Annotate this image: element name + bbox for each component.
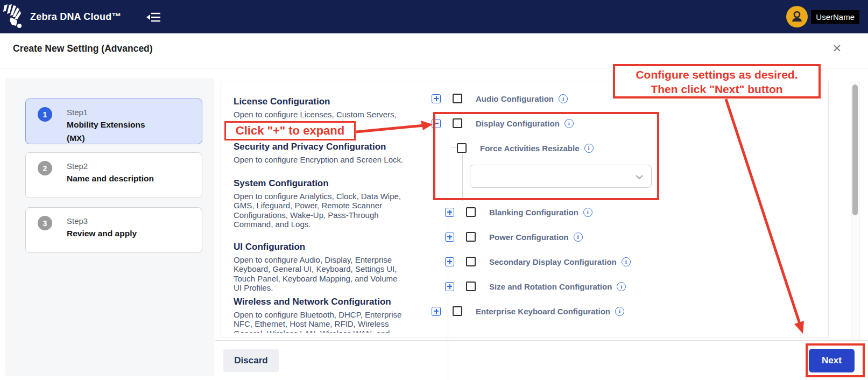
enterprise-keyboard-configuration-checkbox[interactable] xyxy=(453,306,462,316)
annotation-expand-note: Click "+" to expand xyxy=(224,121,356,140)
display-configuration-checkbox[interactable] xyxy=(453,118,462,128)
annotation-line1: Configure settings as desired. xyxy=(615,67,818,82)
user-avatar[interactable] xyxy=(786,6,808,27)
step-label: Step2 xyxy=(67,161,154,172)
step-label: Step1 xyxy=(67,107,145,118)
tree-item-label[interactable]: Size and Rotation Configuration xyxy=(489,282,612,291)
tree-row-force-activities: Force Activities Resizable i xyxy=(457,142,594,154)
annotation-line2: Then click "Next" button xyxy=(615,82,818,96)
tree-item-label[interactable]: Force Activities Resizable xyxy=(480,144,580,153)
close-icon[interactable]: ✕ xyxy=(832,43,842,54)
info-icon[interactable]: i xyxy=(617,282,626,291)
step-name: Mobility Extensions xyxy=(67,118,145,131)
info-icon[interactable]: i xyxy=(622,257,631,266)
discard-button[interactable]: Discard xyxy=(223,349,279,372)
next-button[interactable]: Next xyxy=(809,349,855,372)
expand-plus-icon[interactable] xyxy=(445,257,454,266)
power-configuration-checkbox[interactable] xyxy=(466,232,476,242)
info-icon[interactable]: i xyxy=(574,233,583,242)
secondary-display-configuration-checkbox[interactable] xyxy=(466,257,476,266)
info-icon[interactable]: i xyxy=(559,94,568,103)
step-card-3[interactable]: 3 Step3 Review and apply xyxy=(25,207,202,253)
annotation-configure-note: Configure settings as desired. Then clic… xyxy=(613,64,821,98)
step-card-2[interactable]: 2 Step2 Name and description xyxy=(25,152,202,198)
step-name: Review and apply xyxy=(67,227,137,240)
mx-config-panel: License Configuration Open to configure … xyxy=(221,81,829,337)
expand-plus-icon[interactable] xyxy=(445,282,454,291)
info-icon[interactable]: i xyxy=(564,119,574,128)
zebra-logo xyxy=(3,4,26,31)
audio-configuration-checkbox[interactable] xyxy=(453,94,462,103)
tree-item-label[interactable]: Display Configuration xyxy=(476,119,560,128)
step-card-1[interactable]: 1 Step1 Mobility Extensions (MX) xyxy=(25,98,202,144)
tree-row-display: Display Configuration i xyxy=(432,117,574,130)
tree-row-enterprise-keyboard: Enterprise Keyboard Configuration i xyxy=(432,305,624,318)
tree-item-label[interactable]: Secondary Display Configuration xyxy=(489,257,617,266)
step-number-badge: 1 xyxy=(38,107,52,122)
tree-item-label[interactable]: Power Configuration xyxy=(489,233,569,242)
page-title: Create New Setting (Advanced) xyxy=(13,43,153,54)
vertical-scrollbar-thumb[interactable] xyxy=(852,85,858,215)
force-activities-resizable-checkbox[interactable] xyxy=(457,143,467,153)
app-title: Zebra DNA Cloud™ xyxy=(30,0,122,33)
collapse-sidebar-icon[interactable] xyxy=(146,11,161,23)
info-icon[interactable]: i xyxy=(584,144,594,153)
tree-guide-line xyxy=(462,153,463,201)
tree-row-blanking: Blanking Configuration i xyxy=(445,206,592,219)
steps-sidebar: 1 Step1 Mobility Extensions (MX) 2 Step2… xyxy=(5,78,214,376)
step-number-badge: 2 xyxy=(38,161,52,175)
tree-row-secondary-display: Secondary Display Configuration i xyxy=(445,255,631,268)
tree-item-label[interactable]: Enterprise Keyboard Configuration xyxy=(476,307,610,316)
step-number-badge: 3 xyxy=(38,216,52,230)
tree-row-audio: Audio Configuration i xyxy=(432,92,568,105)
blanking-configuration-checkbox[interactable] xyxy=(466,207,476,217)
info-icon[interactable]: i xyxy=(583,208,592,217)
force-activities-resizable-select[interactable] xyxy=(470,165,652,188)
top-app-bar: Zebra DNA Cloud™ UserName xyxy=(0,0,868,33)
expand-plus-icon[interactable] xyxy=(432,307,441,316)
expand-plus-icon[interactable] xyxy=(445,208,454,217)
tree-item-label[interactable]: Blanking Configuration xyxy=(489,208,578,217)
tree-row-size-rotation: Size and Rotation Configuration i xyxy=(445,280,626,293)
tree-item-label[interactable]: Audio Configuration xyxy=(476,94,554,103)
size-and-rotation-configuration-checkbox[interactable] xyxy=(466,282,476,291)
collapse-minus-icon[interactable] xyxy=(432,119,441,128)
tree-row-power: Power Configuration i xyxy=(445,230,583,243)
username-label[interactable]: UserName xyxy=(811,10,859,24)
info-icon[interactable]: i xyxy=(615,307,624,316)
tree-guide-line xyxy=(450,147,457,148)
step-name-line2: (MX) xyxy=(67,131,145,145)
step-name: Name and description xyxy=(67,172,154,185)
footer-divider xyxy=(215,340,868,341)
config-tree: Audio Configuration i Display Configurat… xyxy=(221,81,829,338)
expand-plus-icon[interactable] xyxy=(432,94,441,103)
expand-plus-icon[interactable] xyxy=(445,233,454,242)
step-label: Step3 xyxy=(67,216,137,227)
